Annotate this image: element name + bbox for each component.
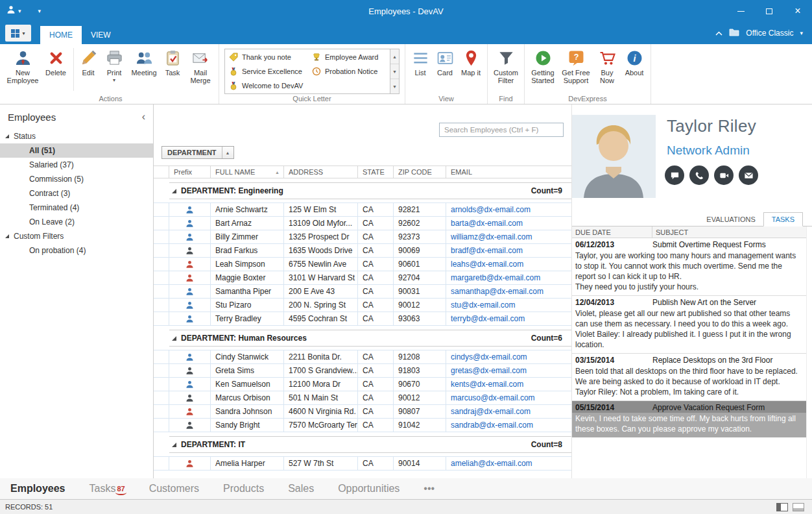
bottom-tab-tasks[interactable]: Tasks87 [89, 483, 125, 495]
table-row-billy-zimmer[interactable]: Billy Zimmer1325 Prospect DrCA92373willi… [154, 230, 571, 244]
bottom-tab-sales[interactable]: Sales [288, 483, 314, 495]
email-link[interactable]: samanthap@dx-email.com [446, 285, 571, 298]
email-link[interactable]: arnolds@dx-email.com [446, 203, 571, 216]
sidebar-item-custom-filters[interactable]: Custom Filters [0, 229, 153, 243]
table-row-brad-farkus[interactable]: Brad Farkus1635 Woods DriveCA90069bradf@… [154, 244, 571, 258]
app-menu-button[interactable]: ▾ [5, 25, 31, 42]
collapse-panel-icon[interactable]: ‹ [142, 112, 145, 122]
list-view-button[interactable]: List [408, 46, 433, 93]
group-row-department-engineering[interactable]: DEPARTMENT: EngineeringCount=9 [169, 182, 571, 199]
task-item-publish-new-art-on-the-server[interactable]: 12/04/2013Publish New Art on the ServerV… [572, 296, 806, 354]
custom-filter-button[interactable]: Custom Filter [490, 46, 521, 93]
mail-merge-button[interactable]: Mail Merge [185, 46, 216, 93]
getting-started-button[interactable]: Getting Started [527, 46, 558, 93]
caret-down-icon[interactable]: ▾ [800, 30, 803, 36]
layout-panel-left-icon[interactable] [776, 503, 788, 511]
column-header-email[interactable]: EMAIL [446, 166, 571, 178]
tab-home[interactable]: HOME [40, 26, 82, 44]
table-row-cindy-stanwick[interactable]: Cindy Stanwick2211 Bonita Dr.CA91208cind… [154, 350, 571, 364]
sidebar-item-commission-5[interactable]: Commission (5) [0, 172, 153, 186]
email-link[interactable]: terryb@dx-email.com [446, 312, 571, 325]
table-row-leah-simpson[interactable]: Leah Simpson6755 Newlin AveCA90601leahs@… [154, 258, 571, 271]
column-header-address[interactable]: ADDRESS [284, 166, 358, 178]
column-header-zip[interactable]: ZIP CODE [394, 166, 446, 178]
sidebar-item-on-probation-4[interactable]: On probation (4) [0, 243, 153, 258]
email-link[interactable]: leahs@dx-email.com [446, 258, 571, 271]
table-row-bart-arnaz[interactable]: Bart Arnaz13109 Old Myfor...CA92602barta… [154, 217, 571, 230]
email-link[interactable]: sandraj@dx-email.com [446, 405, 571, 418]
table-row-sandra-johnson[interactable]: Sandra Johnson4600 N Virginia Rd.CA90807… [154, 405, 571, 419]
table-row-sandy-bright[interactable]: Sandy Bright7570 McGroarty TerCA91042san… [154, 419, 571, 432]
edit-button[interactable]: Edit [76, 46, 101, 93]
tab-view[interactable]: VIEW [82, 26, 120, 44]
caret-down-icon[interactable]: ▾ [18, 8, 21, 14]
print-button[interactable]: Print ▾ [101, 46, 128, 93]
about-button[interactable]: i About [621, 46, 648, 93]
chat-button[interactable] [665, 165, 684, 185]
quick-letter-welcome-to-devav[interactable]: Welcome to DevAV [226, 79, 309, 93]
sidebar-item-status[interactable]: Status [0, 129, 153, 143]
user-icon[interactable] [6, 5, 16, 17]
email-link[interactable]: barta@dx-email.com [446, 217, 571, 230]
quick-letter-thank-you-note[interactable]: Thank you note [226, 50, 309, 64]
map-it-button[interactable]: Map it [457, 46, 484, 93]
task-item-approve-vacation-request-form[interactable]: 05/15/2014Approve Vacation Request FormK… [572, 401, 806, 437]
table-row-samantha-piper[interactable]: Samantha Piper200 E Ave 43CA90031samanth… [154, 285, 571, 299]
layout-panel-bottom-icon[interactable] [793, 503, 804, 511]
task-button[interactable]: Task [160, 46, 185, 93]
task-item-replace-desktops-on-the-3rd-floor[interactable]: 03/15/2014Replace Desktops on the 3rd Fl… [572, 354, 806, 401]
email-link[interactable]: kents@dx-email.com [446, 378, 571, 391]
column-header-prefix[interactable]: Prefix [169, 166, 211, 178]
column-header-full-name[interactable]: FULL NAME▲ [211, 166, 284, 178]
email-link[interactable]: cindys@dx-email.com [446, 350, 571, 363]
table-row-terry-bradley[interactable]: Terry Bradley4595 Cochran StCA93063terry… [154, 312, 571, 326]
gallery-more-icon[interactable]: ▼ [390, 79, 399, 93]
search-input[interactable] [439, 123, 564, 137]
bottom-tab-products[interactable]: Products [223, 483, 264, 495]
tab-tasks[interactable]: TASKS [763, 212, 803, 226]
video-call-button[interactable] [714, 165, 734, 185]
bottom-tab-employees[interactable]: Employees [10, 483, 65, 495]
meeting-button[interactable]: Meeting [128, 46, 160, 93]
group-row-department-it[interactable]: DEPARTMENT: ITCount=8 [169, 436, 571, 453]
sidebar-item-all-51[interactable]: All (51) [0, 143, 153, 158]
table-row-arnie-schwartz[interactable]: Arnie Schwartz125 W Elm StCA92821arnolds… [154, 203, 571, 217]
email-link[interactable]: ameliah@dx-email.com [446, 457, 571, 470]
card-view-button[interactable]: Card [433, 46, 457, 93]
sidebar-item-salaried-37[interactable]: Salaried (37) [0, 158, 153, 172]
email-button[interactable] [739, 165, 758, 185]
email-link[interactable]: stu@dx-email.com [446, 299, 571, 312]
table-row-greta-sims[interactable]: Greta Sims1700 S Grandview...CA91803gret… [154, 364, 571, 378]
column-header-state[interactable]: STATE [358, 166, 394, 178]
bottom-tab-customers[interactable]: Customers [149, 483, 199, 495]
maximize-button[interactable] [755, 0, 783, 22]
email-link[interactable]: margaretb@dx-email.com [446, 271, 571, 284]
get-free-support-button[interactable]: ? Get Free Support [558, 46, 593, 93]
email-link[interactable]: gretas@dx-email.com [446, 364, 571, 377]
close-button[interactable]: × [783, 0, 812, 22]
gallery-down-icon[interactable]: ▼ [390, 64, 399, 79]
sidebar-item-contract-3[interactable]: Contract (3) [0, 186, 153, 201]
email-link[interactable]: bradf@dx-email.com [446, 244, 571, 257]
column-header-due-date[interactable]: DUE DATE [572, 226, 652, 238]
bottom-tab-opportunities[interactable]: Opportunities [338, 483, 400, 495]
email-link[interactable]: marcuso@dx-email.com [446, 391, 571, 404]
buy-now-button[interactable]: Buy Now [593, 46, 621, 93]
quick-letter-probation-notice[interactable]: Probation Notice [309, 64, 388, 79]
skin-label[interactable]: Office Classic [746, 29, 793, 38]
tab-evaluations[interactable]: EVALUATIONS [699, 213, 763, 226]
task-item-submit-overtime-request-forms[interactable]: 06/12/2013Submit Overtime Request FormsT… [572, 238, 806, 296]
phone-button[interactable] [689, 165, 709, 185]
bottom-tab-more[interactable]: ••• [424, 483, 435, 495]
table-row-marcus-orbison[interactable]: Marcus Orbison501 N Main StCA90012marcus… [154, 391, 571, 405]
quick-letter-employee-award[interactable]: Employee Award [309, 50, 388, 64]
collapse-ribbon-icon[interactable] [715, 29, 722, 38]
qat-customize-caret-icon[interactable]: ▾ [38, 8, 42, 14]
group-by-department-button[interactable]: DEPARTMENT ▲ [161, 146, 234, 159]
quick-letter-service-excellence[interactable]: Service Excellence [226, 64, 309, 79]
column-header-subject[interactable]: SUBJECT [652, 226, 806, 238]
table-row-maggie-boxter[interactable]: Maggie Boxter3101 W Harvard StCA92704mar… [154, 271, 571, 285]
table-row-amelia-harper[interactable]: Amelia Harper527 W 7th StCA90014ameliah@… [154, 457, 571, 471]
delete-button[interactable]: Delete [40, 46, 71, 93]
gallery-up-icon[interactable]: ▲ [390, 49, 399, 64]
